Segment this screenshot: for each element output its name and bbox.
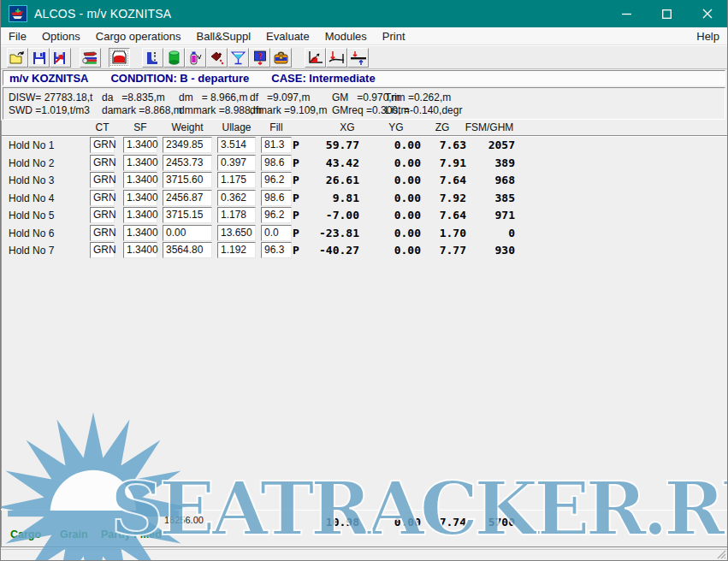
ballast-tank-button[interactable] <box>163 48 185 68</box>
side-flag: P <box>293 192 299 204</box>
menu-print[interactable]: Print <box>375 28 413 44</box>
query-button[interactable]: ? <box>249 48 270 68</box>
col-fill: Fill <box>261 121 292 133</box>
menu-options[interactable]: Options <box>34 28 88 44</box>
drafts-button[interactable] <box>347 48 369 68</box>
fill-input[interactable]: 96.2 <box>261 207 292 223</box>
toolbar: ? <box>1 45 727 69</box>
ct-input[interactable]: GRN <box>90 242 115 258</box>
titlebar: ALCOS - m/v KOZNITSA <box>1 0 727 27</box>
xg-value: 26.61 <box>299 174 359 186</box>
bunker-pour-button[interactable] <box>206 48 228 68</box>
minimize-button[interactable] <box>607 0 647 27</box>
col-fsm: FSM/GHM <box>459 121 519 133</box>
hold-outline-icon <box>145 50 161 65</box>
grain-glass-button[interactable] <box>228 48 249 68</box>
hold-label: Hold No 6 <box>9 227 54 239</box>
disw-value: DISW= 27783.18,t <box>9 92 92 103</box>
case-label: CASE: Intermediate <box>271 72 375 85</box>
sf-input[interactable]: 1.3400 <box>123 172 157 188</box>
menu-cargo-operations[interactable]: Cargo operations <box>88 28 189 44</box>
ct-input[interactable]: GRN <box>90 172 115 188</box>
menu-file[interactable]: File <box>1 28 34 44</box>
fsm-value: 385 <box>451 192 515 204</box>
save-button[interactable] <box>28 48 50 68</box>
side-flag: P <box>293 174 299 186</box>
fill-input[interactable]: 81.3 <box>261 137 292 153</box>
col-weight: Weight <box>163 121 212 133</box>
condition-bar: m/v KOZNITSA CONDITION: B - departure CA… <box>3 70 725 86</box>
weight-input[interactable]: 3715.15 <box>163 207 212 223</box>
strength-moment-icon <box>328 50 346 65</box>
xg-value: 43.42 <box>299 156 359 169</box>
grain-label: Grain <box>60 529 88 540</box>
ullage-input[interactable]: 1.175 <box>217 172 256 188</box>
hold-label: Hold No 3 <box>9 174 54 186</box>
table-row: Hold No 6 GRN 1.3400 0.00 13.650 0.0 P -… <box>2 225 727 242</box>
da-value: da =8.835,m <box>102 92 165 103</box>
menu-modules[interactable]: Modules <box>317 28 375 44</box>
menu-ball-suppl[interactable]: Ball&Suppl <box>189 28 259 44</box>
weight-input[interactable]: 3715.60 <box>163 172 212 188</box>
menubar: File Options Cargo operations Ball&Suppl… <box>1 27 727 45</box>
stability-curve-button[interactable] <box>305 48 326 68</box>
totals-panel: 18256.00 10.98 0.00 7.74 5700 Cargo Grai… <box>1 510 727 547</box>
sf-input[interactable]: 1.3400 <box>123 190 157 206</box>
fill-input[interactable]: 98.6 <box>261 155 292 171</box>
fsm-value: 0 <box>451 227 515 239</box>
ship-loading-button[interactable] <box>80 48 101 68</box>
resize-grip-icon[interactable] <box>716 549 726 559</box>
strength-moment-button[interactable] <box>326 48 347 68</box>
fill-input[interactable]: 96.3 <box>261 242 292 258</box>
ct-input[interactable]: GRN <box>90 225 115 241</box>
hold-outline-button[interactable] <box>142 48 163 68</box>
maximize-button[interactable] <box>647 0 687 27</box>
partly-filled-label: Partly Filled <box>101 529 162 540</box>
menu-evaluate[interactable]: Evaluate <box>258 28 317 44</box>
sf-input[interactable]: 1.3400 <box>123 155 157 171</box>
xg-value: -40.27 <box>299 244 359 257</box>
weight-input[interactable]: 3564.80 <box>163 242 212 258</box>
bunker-pour-icon <box>210 50 224 65</box>
hold-label: Hold No 5 <box>9 210 54 221</box>
ullage-input[interactable]: 0.362 <box>217 190 256 206</box>
ullage-input[interactable]: 1.178 <box>217 207 256 223</box>
fsm-value: 930 <box>451 244 515 257</box>
table-row: Hold No 3 GRN 1.3400 3715.60 1.175 96.2 … <box>2 172 727 189</box>
sf-input[interactable]: 1.3400 <box>123 242 157 258</box>
save-icon <box>33 51 46 65</box>
ct-input[interactable]: GRN <box>90 155 115 171</box>
menu-help[interactable]: Help <box>689 28 727 44</box>
hold-label: Hold No 7 <box>9 245 54 257</box>
fill-input[interactable]: 96.2 <box>261 172 292 188</box>
supplies-bottle-button[interactable] <box>185 48 206 68</box>
cases-bag-button[interactable] <box>270 48 292 68</box>
ullage-input[interactable]: 0.397 <box>217 155 256 171</box>
ullage-input[interactable]: 13.650 <box>217 225 256 241</box>
ct-input[interactable]: GRN <box>90 137 115 153</box>
sf-input[interactable]: 1.3400 <box>123 207 157 223</box>
close-button[interactable] <box>687 0 727 27</box>
hold-cargo-button[interactable] <box>109 48 130 68</box>
sf-input[interactable]: 1.3400 <box>123 137 157 153</box>
weight-input[interactable]: 0.00 <box>163 225 212 241</box>
save-as-button[interactable] <box>50 48 71 68</box>
sf-input[interactable]: 1.3400 <box>123 225 157 241</box>
weight-input[interactable]: 2456.87 <box>163 190 212 206</box>
grain-glass-icon <box>230 50 246 65</box>
ct-input[interactable]: GRN <box>90 207 115 223</box>
total-weight: 18256.00 <box>164 515 204 525</box>
ullage-input[interactable]: 1.192 <box>217 242 256 258</box>
ct-input[interactable]: GRN <box>90 190 115 206</box>
ullage-input[interactable]: 3.514 <box>217 137 256 153</box>
fill-input[interactable]: 0.0 <box>261 225 292 241</box>
col-ct: CT <box>90 121 115 133</box>
fsm-value: 2057 <box>451 139 515 151</box>
fill-input[interactable]: 98.6 <box>261 190 292 206</box>
open-file-button[interactable] <box>7 48 28 68</box>
col-ullage: Ullage <box>217 121 256 133</box>
weight-input[interactable]: 2453.73 <box>163 155 212 171</box>
col-sf: SF <box>123 121 157 133</box>
weight-input[interactable]: 2349.85 <box>163 137 212 153</box>
app-icon <box>9 5 27 22</box>
